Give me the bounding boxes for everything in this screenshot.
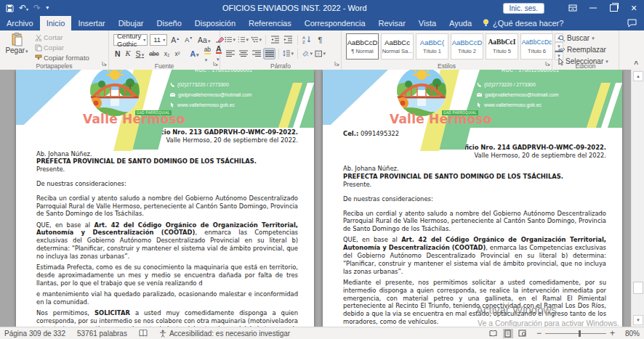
close-button[interactable]: ×	[624, 0, 644, 16]
proofing-status[interactable]	[139, 330, 148, 337]
read-mode-icon[interactable]	[488, 329, 499, 338]
bold-button[interactable]: N	[113, 49, 122, 58]
minimize-button[interactable]	[583, 0, 603, 16]
tab-diseno[interactable]: Diseño	[150, 16, 188, 30]
undo-dropdown-icon[interactable]: ▾	[26, 7, 28, 12]
document-canvas[interactable]: Valle Hermoso GAD PARROQUIAL RUC : 17601…	[0, 70, 644, 327]
format-painter-button[interactable]: Copiar formato	[33, 53, 91, 62]
justify-button[interactable]	[264, 49, 275, 59]
sort-button[interactable]: AZ	[302, 35, 313, 45]
window-title: OFICIOS ENVIADOS INST. 2022 - Word	[86, 4, 504, 12]
replace-button[interactable]: ab Reemplazar	[557, 44, 616, 55]
scrollbar-thumb[interactable]	[633, 282, 643, 294]
page-2[interactable]: Valle Hermoso GAD PARROQUIAL RUC : 17601…	[323, 70, 622, 327]
font-size-combobox[interactable]: 11▾	[150, 34, 167, 46]
tab-dibujar[interactable]: Dibujar	[112, 16, 150, 30]
redo-icon: ↷	[33, 4, 41, 12]
customize-qat-icon[interactable]: ▾	[46, 5, 49, 11]
group-label-paragraph: Párrafo	[220, 62, 341, 70]
word-count[interactable]: 53761 palabras	[77, 330, 127, 338]
highlight-icon: ab	[204, 46, 211, 54]
vertical-scrollbar[interactable]: ▲ ▼	[631, 70, 644, 327]
letter-body[interactable]: Oficio Nro. 213 GADPRVH-O-WMC-09-2022. V…	[16, 128, 314, 327]
line-spacing-button[interactable]	[283, 49, 294, 59]
align-left-button[interactable]	[225, 49, 236, 59]
letter-paragraph: Reciba un cordial y atento saludo a nomb…	[343, 210, 606, 233]
paste-button[interactable]: Pegar	[4, 33, 29, 61]
decrease-indent-button[interactable]	[270, 35, 281, 45]
zoom-slider[interactable]	[545, 333, 606, 334]
bullet-list-button[interactable]	[225, 35, 236, 45]
save-icon[interactable]	[6, 4, 14, 12]
undo-icon[interactable]: ↶▾	[19, 4, 28, 12]
clipboard-dialog-launcher-icon[interactable]	[102, 56, 107, 69]
find-button[interactable]: Buscar	[557, 33, 616, 44]
tab-archivo[interactable]: Archivo	[0, 16, 40, 30]
tell-me-box[interactable]: ¿Qué desea hacer?	[478, 16, 568, 30]
contact-phone: (02)2773220 / 2773300	[484, 82, 536, 87]
align-right-button[interactable]	[251, 49, 262, 59]
comments-icon[interactable]	[627, 16, 637, 30]
restore-button[interactable]	[603, 0, 624, 16]
increase-indent-button[interactable]	[283, 35, 294, 45]
superscript-button[interactable]: x²	[173, 50, 181, 57]
ribbon-display-options-icon[interactable]	[563, 0, 583, 16]
tab-insertar[interactable]: Insertar	[71, 16, 111, 30]
scroll-down-icon[interactable]: ▼	[633, 315, 643, 325]
tab-revisar[interactable]: Revisar	[372, 16, 412, 30]
font-name-combobox[interactable]: Century Gothic▾	[113, 34, 148, 46]
shrink-font-button[interactable]: A▼	[183, 36, 194, 44]
web-layout-icon[interactable]	[518, 329, 528, 338]
show-marks-button[interactable]: ¶	[315, 35, 326, 45]
change-case-button[interactable]: Aa	[196, 36, 212, 44]
view-switcher	[488, 329, 528, 338]
collapse-ribbon-icon[interactable]: ^	[634, 60, 638, 68]
style-titulo-5[interactable]: AaBbCcITítulo 5	[486, 33, 518, 60]
tab-ayuda[interactable]: Ayuda	[443, 16, 478, 30]
font-name-dropdown-icon[interactable]: ▾	[143, 37, 145, 42]
grow-font-button[interactable]: A▲	[169, 36, 181, 44]
zoom-in-icon[interactable]: +	[610, 328, 615, 338]
multilevel-list-button[interactable]	[251, 35, 262, 45]
numbered-list-button[interactable]	[238, 35, 249, 45]
style-titulo-1[interactable]: AaBbC(Título 1	[416, 33, 448, 60]
tab-referencias[interactable]: Referencias	[242, 16, 298, 30]
font-size-dropdown-icon[interactable]: ▾	[163, 37, 165, 42]
font-dialog-launcher-icon[interactable]	[213, 56, 218, 69]
text-effects-button[interactable]: A	[189, 49, 201, 58]
zoom-level[interactable]: 80%	[621, 330, 640, 338]
styles-dialog-launcher-icon[interactable]	[545, 56, 550, 69]
underline-button[interactable]: S	[134, 49, 146, 58]
highlight-color-button[interactable]: ab	[203, 44, 212, 63]
strikethrough-button[interactable]: abc	[148, 50, 161, 57]
accessibility-status[interactable]: Accesibilidad: es necesario investigar	[159, 330, 290, 338]
style-normal-sa[interactable]: AaBbCcNormal Sa...	[381, 33, 414, 60]
borders-button[interactable]	[315, 49, 326, 59]
contact-web: www.vallehermoso.gob.ec	[484, 102, 542, 107]
cut-button: Cortar	[33, 33, 91, 42]
group-paragraph: AZ ¶ Párrafo	[220, 30, 342, 70]
ribbon-tab-bar: Archivo Inicio Insertar Dibujar Diseño D…	[0, 16, 644, 30]
style-normal[interactable]: AaBbCcD¶ Normal	[346, 33, 379, 60]
align-center-icon	[239, 50, 248, 57]
page-indicator[interactable]: Página 309 de 332	[4, 330, 65, 338]
zoom-slider-thumb[interactable]	[579, 330, 581, 337]
sign-in-button[interactable]: Inic. ses.	[504, 4, 544, 13]
style-titulo-2[interactable]: AaBbCcDTítulo 2	[451, 33, 483, 60]
tab-correspondencia[interactable]: Correspondencia	[298, 16, 372, 30]
font-size-value: 11	[153, 36, 161, 44]
scroll-up-icon[interactable]: ▲	[633, 71, 643, 81]
shading-button[interactable]	[302, 49, 313, 59]
subscript-button[interactable]: x₂	[163, 50, 172, 57]
shading-icon	[302, 50, 309, 57]
letter-body[interactable]: Cel.: 0991495322 Oficio Nro. 214 GADPRVH…	[323, 130, 622, 327]
tab-vista[interactable]: Vista	[412, 16, 443, 30]
page-1[interactable]: Valle Hermoso GAD PARROQUIAL RUC : 17601…	[16, 70, 314, 327]
tab-disposicion[interactable]: Disposición	[188, 16, 242, 30]
italic-button[interactable]: K	[124, 49, 132, 57]
zoom-out-icon[interactable]: −	[536, 328, 542, 338]
print-layout-icon[interactable]	[503, 329, 513, 338]
paragraph-dialog-launcher-icon[interactable]	[334, 56, 339, 69]
align-center-button[interactable]	[238, 49, 249, 59]
tab-inicio[interactable]: Inicio	[40, 16, 72, 30]
